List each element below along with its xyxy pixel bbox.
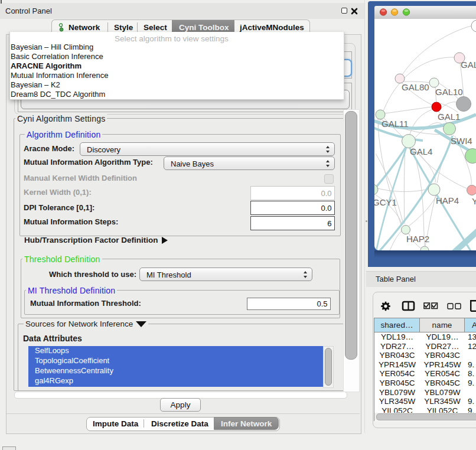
svg-text:GAL8: GAL8 <box>461 60 476 70</box>
svg-text:GAL11: GAL11 <box>382 119 409 129</box>
svg-text:GAL10: GAL10 <box>435 87 463 97</box>
svg-text:GAL4: GAL4 <box>410 146 432 156</box>
svg-text:GCY1: GCY1 <box>374 197 397 207</box>
svg-text:GAL1: GAL1 <box>438 112 460 122</box>
svg-text:Y: Y <box>472 196 476 206</box>
svg-text:SWI4: SWI4 <box>451 136 472 146</box>
svg-text:GAL80: GAL80 <box>402 82 429 92</box>
svg-text:HAP4: HAP4 <box>436 195 459 206</box>
svg-text:HAP2: HAP2 <box>406 234 429 244</box>
